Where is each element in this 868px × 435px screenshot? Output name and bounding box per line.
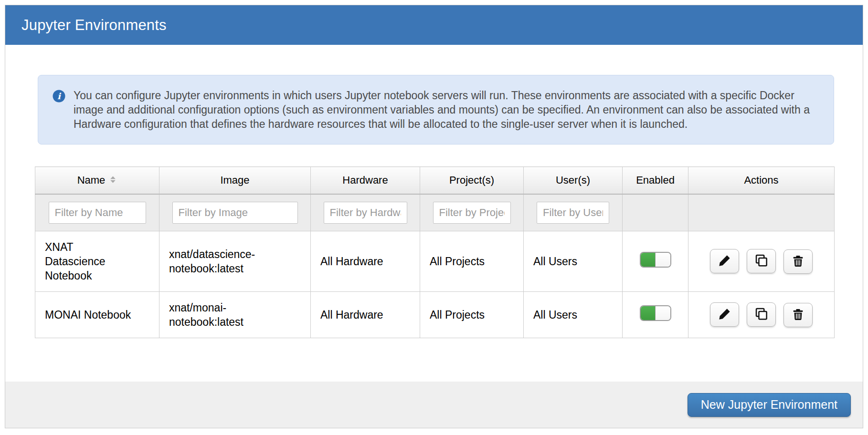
page-title: Jupyter Environments <box>21 17 167 34</box>
filter-projects-input[interactable] <box>433 202 511 224</box>
environments-table: Name Image Hardware Project(s) User(s) E… <box>35 166 835 338</box>
delete-button[interactable] <box>783 303 813 327</box>
column-header-enabled: Enabled <box>623 167 688 194</box>
copy-button[interactable] <box>747 302 776 327</box>
copy-button[interactable] <box>747 249 776 273</box>
environment-users: All Users <box>524 292 623 338</box>
column-header-name-label: Name <box>77 174 106 186</box>
sort-icon <box>109 174 117 186</box>
environment-hardware: All Hardware <box>311 231 420 292</box>
copy-icon <box>755 254 768 269</box>
info-alert-text: You can configure Jupyter environments i… <box>74 88 818 131</box>
environment-hardware: All Hardware <box>311 292 420 338</box>
column-header-hardware: Hardware <box>311 167 420 194</box>
environment-image: xnat/datascience-notebook:latest <box>169 247 289 276</box>
header-row: Name Image Hardware Project(s) User(s) E… <box>35 167 835 194</box>
table-row: XNAT Datascience Notebook xnat/datascien… <box>35 231 835 292</box>
new-jupyter-environment-button[interactable]: New Jupyter Environment <box>688 393 851 417</box>
delete-button[interactable] <box>783 249 813 274</box>
pencil-icon <box>718 254 731 269</box>
filter-row <box>35 194 835 231</box>
copy-icon <box>755 308 768 322</box>
environment-image: xnat/monai-notebook:latest <box>169 300 289 329</box>
table-row: MONAI Notebook xnat/monai-notebook:lates… <box>35 292 835 338</box>
info-icon: i <box>53 90 65 104</box>
environment-name: XNAT Datascience Notebook <box>45 240 134 283</box>
environment-users: All Users <box>524 231 623 292</box>
filter-cell-actions-empty <box>688 194 835 231</box>
column-header-name[interactable]: Name <box>35 167 159 194</box>
trash-icon <box>792 255 804 269</box>
filter-cell-enabled-empty <box>623 194 688 231</box>
column-header-image: Image <box>159 167 311 194</box>
filter-hardware-input[interactable] <box>324 202 407 224</box>
environment-projects: All Projects <box>420 231 524 292</box>
panel-footer: New Jupyter Environment <box>5 382 863 428</box>
info-alert: i You can configure Jupyter environments… <box>38 75 834 145</box>
jupyter-environments-panel: Jupyter Environments i You can configure… <box>5 5 863 428</box>
edit-button[interactable] <box>710 302 739 327</box>
enabled-toggle[interactable] <box>640 305 671 321</box>
trash-icon <box>792 309 804 322</box>
filter-image-input[interactable] <box>172 202 298 224</box>
column-header-users: User(s) <box>524 167 623 194</box>
environment-name: MONAI Notebook <box>45 308 134 322</box>
pencil-icon <box>718 308 731 322</box>
environment-projects: All Projects <box>420 292 524 338</box>
enabled-toggle[interactable] <box>640 252 671 268</box>
column-header-actions: Actions <box>688 167 835 194</box>
edit-button[interactable] <box>710 249 739 273</box>
panel-titlebar: Jupyter Environments <box>5 5 863 45</box>
filter-users-input[interactable] <box>537 202 609 224</box>
filter-name-input[interactable] <box>49 202 146 224</box>
column-header-projects: Project(s) <box>420 167 524 194</box>
